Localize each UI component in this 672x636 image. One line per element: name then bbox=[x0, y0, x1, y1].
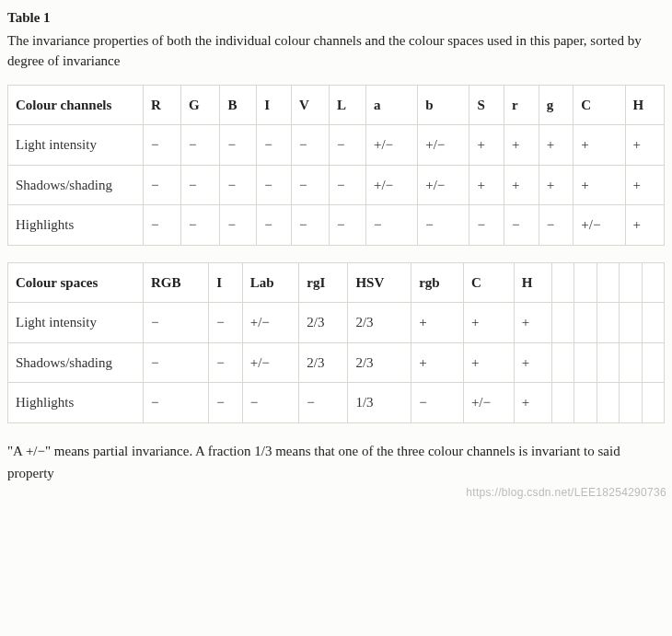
cell: +/− bbox=[463, 383, 514, 423]
cell: + bbox=[514, 303, 551, 343]
cell: − bbox=[181, 205, 220, 246]
table-row: Highlights − − − − − − − − − − − +/− + bbox=[8, 205, 665, 246]
cell: − bbox=[291, 205, 329, 246]
cell: + bbox=[625, 125, 664, 166]
col-header: Colour channels bbox=[8, 85, 144, 125]
col-header: Lab bbox=[242, 262, 299, 303]
cell: +/− bbox=[242, 342, 299, 383]
cell: + bbox=[469, 165, 504, 205]
cell: − bbox=[144, 165, 181, 205]
cell bbox=[574, 342, 597, 383]
cell: − bbox=[539, 205, 574, 246]
table-row: Shadows/shading − − − − − − +/− +/− + + … bbox=[8, 165, 665, 205]
cell: − bbox=[144, 383, 209, 423]
col-header: Colour spaces bbox=[8, 262, 144, 303]
cell: − bbox=[220, 165, 257, 205]
cell: − bbox=[469, 205, 504, 246]
cell bbox=[551, 342, 574, 383]
cell: + bbox=[539, 165, 574, 205]
cell: + bbox=[504, 165, 539, 205]
cell: 2/3 bbox=[299, 303, 348, 343]
cell: + bbox=[411, 342, 464, 383]
cell: 1/3 bbox=[348, 383, 411, 423]
cell bbox=[620, 303, 642, 343]
col-header bbox=[597, 262, 619, 303]
cell bbox=[620, 383, 642, 423]
col-header: r bbox=[504, 85, 539, 125]
cell: − bbox=[291, 125, 329, 166]
cell: + bbox=[625, 165, 664, 205]
cell bbox=[574, 303, 597, 343]
cell: − bbox=[144, 205, 181, 246]
col-header bbox=[620, 262, 642, 303]
cell: +/− bbox=[418, 165, 469, 205]
cell: − bbox=[181, 125, 220, 166]
row-label: Shadows/shading bbox=[8, 165, 144, 205]
cell: + bbox=[411, 303, 464, 343]
col-header: H bbox=[514, 262, 551, 303]
col-header: C bbox=[574, 85, 625, 125]
col-header: a bbox=[365, 85, 417, 125]
table-footnote: "A +/−" means partial invariance. A frac… bbox=[7, 440, 661, 484]
cell: − bbox=[144, 303, 209, 343]
col-header bbox=[574, 262, 597, 303]
col-header: HSV bbox=[348, 262, 411, 303]
row-label: Light intensity bbox=[8, 125, 144, 166]
cell bbox=[574, 383, 597, 423]
cell bbox=[642, 383, 665, 423]
col-header: I bbox=[257, 85, 292, 125]
col-header: rgI bbox=[299, 262, 348, 303]
cell: + bbox=[463, 342, 514, 383]
col-header: I bbox=[209, 262, 243, 303]
cell: − bbox=[242, 383, 299, 423]
col-header: V bbox=[291, 85, 329, 125]
col-header: g bbox=[539, 85, 574, 125]
cell: + bbox=[539, 125, 574, 166]
cell: +/− bbox=[574, 205, 625, 246]
col-header: H bbox=[625, 85, 664, 125]
cell: 2/3 bbox=[348, 303, 411, 343]
table-row: Highlights − − − − 1/3 − +/− + bbox=[8, 383, 665, 423]
cell: − bbox=[220, 205, 257, 246]
cell: − bbox=[330, 125, 366, 166]
cell: − bbox=[411, 383, 464, 423]
cell: + bbox=[463, 303, 514, 343]
row-label: Highlights bbox=[8, 205, 144, 246]
cell: + bbox=[469, 125, 504, 166]
cell: − bbox=[291, 165, 329, 205]
cell: + bbox=[514, 342, 551, 383]
col-header: C bbox=[463, 262, 514, 303]
cell: − bbox=[181, 165, 220, 205]
cell: − bbox=[299, 383, 348, 423]
cell: + bbox=[574, 125, 625, 166]
cell: 2/3 bbox=[299, 342, 348, 383]
cell bbox=[642, 342, 665, 383]
colour-channels-table: Colour channels R G B I V L a b S r g C … bbox=[7, 85, 665, 246]
col-header: L bbox=[330, 85, 366, 125]
cell bbox=[597, 342, 619, 383]
table-row: Light intensity − − − − − − +/− +/− + + … bbox=[8, 125, 665, 166]
row-label: Highlights bbox=[8, 383, 144, 423]
cell: − bbox=[209, 383, 243, 423]
cell: +/− bbox=[365, 165, 417, 205]
cell: + bbox=[504, 125, 539, 166]
row-label: Light intensity bbox=[8, 303, 144, 343]
cell: − bbox=[209, 303, 243, 343]
cell: − bbox=[257, 205, 292, 246]
cell: − bbox=[257, 125, 292, 166]
col-header bbox=[642, 262, 665, 303]
cell bbox=[597, 383, 619, 423]
col-header bbox=[551, 262, 574, 303]
row-label: Shadows/shading bbox=[8, 342, 144, 383]
table-row: Shadows/shading − − +/− 2/3 2/3 + + + bbox=[8, 342, 665, 383]
cell: +/− bbox=[365, 125, 417, 166]
cell: − bbox=[257, 165, 292, 205]
cell: − bbox=[504, 205, 539, 246]
watermark-text: https://blog.csdn.net/LEE18254290736 bbox=[466, 484, 666, 501]
col-header: R bbox=[144, 85, 181, 125]
col-header: RGB bbox=[144, 262, 209, 303]
colour-spaces-table: Colour spaces RGB I Lab rgI HSV rgb C H … bbox=[7, 262, 665, 423]
cell bbox=[642, 303, 665, 343]
cell: + bbox=[625, 205, 664, 246]
table-header-row: Colour spaces RGB I Lab rgI HSV rgb C H bbox=[8, 262, 665, 303]
